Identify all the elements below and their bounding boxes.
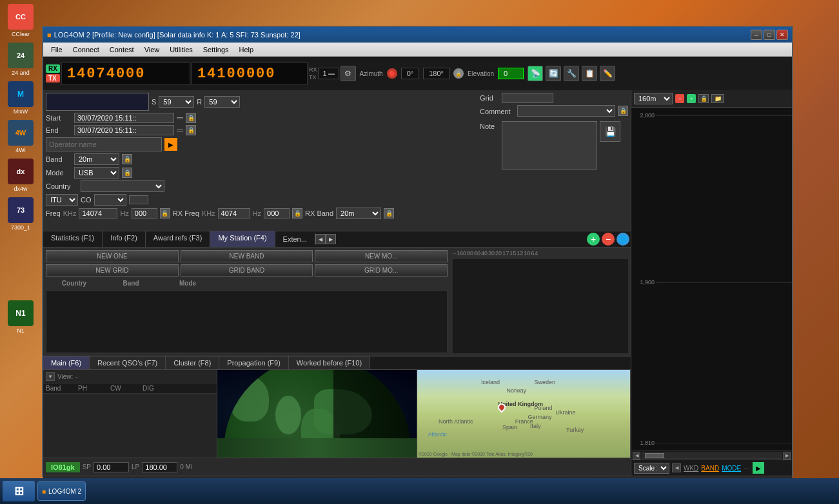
- note-textarea[interactable]: [502, 121, 597, 170]
- sp-input[interactable]: [94, 462, 129, 472]
- menu-connect[interactable]: Connect: [68, 44, 104, 55]
- green-action-btn[interactable]: ▶: [753, 462, 764, 474]
- tab-statistics[interactable]: Statistics (F1): [43, 231, 103, 247]
- mode-lock[interactable]: 🔒: [122, 168, 132, 178]
- rx-freq-hz-input[interactable]: [264, 208, 290, 218]
- menu-view[interactable]: View: [139, 44, 165, 55]
- add-record-button[interactable]: +: [587, 233, 600, 246]
- sidebar-icon-cclear[interactable]: CC CClear: [3, 3, 39, 39]
- menu-utilities[interactable]: Utilities: [164, 44, 197, 55]
- folder-btn[interactable]: 📁: [711, 94, 724, 103]
- sub-frequency-display[interactable]: 14100000: [192, 63, 308, 85]
- az-lock-button[interactable]: 🔴: [387, 68, 397, 79]
- start-lock[interactable]: 🔒: [186, 113, 196, 123]
- callsign-input[interactable]: [46, 93, 149, 111]
- s-rst-select[interactable]: 59: [159, 96, 194, 108]
- mode-badge-right[interactable]: MODE: [722, 465, 741, 472]
- log-button[interactable]: 📋: [582, 66, 597, 81]
- rx-band-lock[interactable]: 🔒: [384, 208, 394, 218]
- channel-box[interactable]: 1: [318, 68, 339, 79]
- azimuth-value[interactable]: 0°: [401, 68, 420, 79]
- grid-mode-button[interactable]: GRID MO...: [315, 264, 448, 276]
- new-mode-button[interactable]: NEW MO...: [315, 250, 448, 262]
- operator-input[interactable]: [46, 137, 162, 151]
- start-input[interactable]: [74, 113, 174, 123]
- r-rst-select[interactable]: 59: [204, 96, 240, 108]
- grid-band-button[interactable]: GRID BAND: [181, 264, 313, 276]
- plus-btn[interactable]: +: [687, 94, 696, 103]
- scroll-right-btn[interactable]: ▶: [783, 452, 791, 460]
- end-lock[interactable]: 🔒: [186, 125, 196, 135]
- rotor-button[interactable]: 🔄: [546, 66, 561, 81]
- start-button[interactable]: ⊞: [3, 481, 35, 501]
- tab-extensions[interactable]: Exten...: [275, 233, 315, 246]
- menu-file[interactable]: File: [46, 44, 68, 55]
- rx-band-select[interactable]: 20m: [336, 208, 381, 219]
- freq-hz-input[interactable]: [132, 208, 157, 218]
- new-band-button[interactable]: NEW BAND: [181, 250, 313, 262]
- band-badge[interactable]: BAND: [701, 465, 719, 472]
- tab-info[interactable]: Info (F2): [103, 231, 146, 247]
- sidebar-icon-dx4w[interactable]: dx dx4w: [3, 157, 39, 193]
- tab-cluster[interactable]: Cluster (F8): [166, 356, 219, 369]
- band-select[interactable]: 20m: [74, 153, 119, 165]
- scroll-track[interactable]: [642, 452, 782, 459]
- rx-freq-input[interactable]: [218, 208, 250, 218]
- nav-prev[interactable]: ◀: [672, 463, 681, 472]
- elevation-input[interactable]: 0: [498, 68, 524, 79]
- sidebar-icon-4wi[interactable]: 4W 4Wi: [3, 119, 39, 155]
- sidebar-icon-mixw[interactable]: M MixW: [3, 80, 39, 116]
- antenna-button[interactable]: 📡: [528, 66, 543, 81]
- tab-propagation[interactable]: Propagation (F9): [219, 356, 289, 369]
- main-frequency-display[interactable]: 14074000: [61, 63, 190, 85]
- tab-recent-qso[interactable]: Recent QSO's (F7): [90, 356, 166, 369]
- tab-nav-right[interactable]: ▶: [326, 234, 336, 244]
- scroll-thumb[interactable]: [645, 453, 664, 458]
- end-input[interactable]: [74, 125, 174, 135]
- comment-select[interactable]: [517, 105, 615, 117]
- mode-select[interactable]: USB: [74, 167, 119, 179]
- minimize-button[interactable]: ─: [751, 30, 762, 40]
- tab-nav-left[interactable]: ◀: [315, 234, 326, 244]
- menu-settings[interactable]: Settings: [198, 44, 234, 55]
- lock-btn-right[interactable]: 🔒: [698, 94, 709, 103]
- menu-help[interactable]: Help: [234, 44, 259, 55]
- country-select[interactable]: [81, 180, 164, 192]
- band-lock[interactable]: 🔒: [122, 154, 132, 164]
- sidebar-icon-7300[interactable]: 73 7300_1: [3, 196, 39, 232]
- scale-select[interactable]: Scale 1x: [634, 463, 669, 474]
- new-grid-button[interactable]: NEW GRID: [46, 264, 179, 276]
- gear-settings-button[interactable]: ⚙: [341, 66, 356, 81]
- operator-icon[interactable]: ▶: [164, 138, 177, 151]
- tab-worked-before[interactable]: Worked before (F10): [289, 356, 370, 369]
- scroll-left-btn[interactable]: ◀: [633, 452, 640, 460]
- freq-lock[interactable]: 🔒: [160, 208, 170, 218]
- wkd-badge[interactable]: WKD: [684, 465, 698, 472]
- band-meter-select[interactable]: 160m: [634, 93, 673, 104]
- freq-khz-input[interactable]: [79, 208, 117, 218]
- maximize-button[interactable]: □: [764, 30, 775, 40]
- view-icon[interactable]: ▼: [46, 372, 55, 381]
- taskbar-log4om[interactable]: ■ LOG4OM 2: [37, 481, 86, 501]
- tab-my-station[interactable]: My Station (F4): [210, 231, 275, 247]
- new-one-button[interactable]: NEW ONE: [46, 250, 179, 262]
- sidebar-icon-24and[interactable]: 24 24 and: [3, 41, 39, 77]
- globe-button[interactable]: 🌐: [617, 233, 629, 246]
- close-button[interactable]: ✕: [776, 30, 788, 40]
- co-select[interactable]: [94, 194, 126, 206]
- rx-freq-lock[interactable]: 🔒: [292, 208, 302, 218]
- save-icon-button[interactable]: 💾: [600, 121, 620, 142]
- tab-award-refs[interactable]: Award refs (F3): [146, 231, 211, 247]
- azimuth-value2[interactable]: 180°: [423, 68, 449, 79]
- tab-main[interactable]: Main (F6): [43, 356, 90, 369]
- grid-input[interactable]: [502, 93, 553, 103]
- lp-input[interactable]: [142, 462, 177, 472]
- menu-contest[interactable]: Contest: [104, 44, 139, 55]
- el-lock-button[interactable]: 🔒: [453, 68, 464, 79]
- edit-button[interactable]: ✏️: [600, 66, 615, 81]
- del-record-button[interactable]: −: [602, 233, 615, 246]
- minus-btn[interactable]: −: [675, 94, 684, 103]
- sidebar-icon-n1[interactable]: N1 N1: [3, 299, 39, 335]
- tools-button[interactable]: 🔧: [564, 66, 579, 81]
- comment-lock[interactable]: 🔒: [618, 106, 628, 116]
